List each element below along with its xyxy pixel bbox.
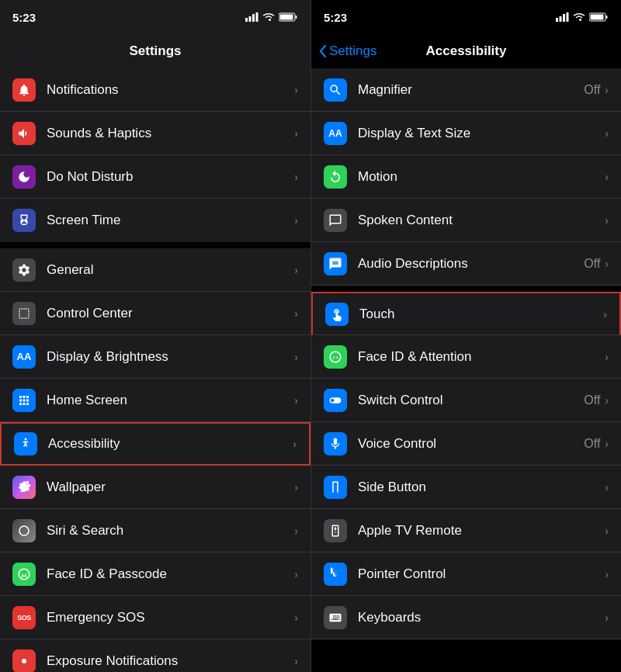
row-switch-control[interactable]: Switch Control Off › — [311, 379, 621, 422]
row-voice-control[interactable]: Voice Control Off › — [311, 422, 621, 466]
dnd-label: Do Not Disturb — [47, 169, 294, 185]
row-apple-tv-remote[interactable]: Apple TV Remote › — [311, 509, 621, 552]
hourglass-icon — [17, 213, 31, 227]
svg-rect-2 — [252, 14, 255, 22]
row-screen-time[interactable]: Screen Time › — [0, 199, 310, 242]
svg-rect-14 — [606, 16, 608, 19]
right-group-physical-motor: Touch › Face ID & Attention › Swit — [311, 292, 621, 639]
left-status-bar: 5:23 — [0, 0, 310, 34]
magnifier-value: Off — [584, 83, 600, 97]
pointer-icon — [328, 567, 342, 581]
right-panel: 5:23 Settings — [310, 0, 621, 672]
sounds-icon — [12, 122, 36, 145]
control-center-icon — [12, 302, 36, 325]
pointer-control-label: Pointer Control — [358, 566, 605, 582]
row-accessibility[interactable]: Accessibility › — [0, 422, 310, 466]
exposure-notifications-label: Exposure Notifications — [47, 653, 294, 669]
screen-time-icon — [12, 209, 36, 232]
magnifier-chevron: › — [605, 84, 609, 96]
right-header-title: Accessibility — [426, 43, 507, 59]
voice-control-label: Voice Control — [358, 436, 584, 452]
svg-rect-10 — [560, 16, 562, 22]
row-spoken-content[interactable]: Spoken Content › — [311, 199, 621, 242]
spoken-content-icon — [324, 209, 347, 232]
left-header: Settings — [0, 34, 310, 68]
right-settings-list[interactable]: Magnifier Off › AA Display & Text Size ›… — [311, 68, 621, 672]
left-group-2: General › Control Center › AA Display & … — [0, 248, 310, 672]
display-brightness-chevron: › — [294, 351, 298, 363]
magnifier-label: Magnifier — [358, 82, 584, 98]
row-touch[interactable]: Touch › — [311, 292, 621, 335]
right-wifi-icon — [573, 12, 585, 22]
left-divider-1 — [0, 242, 310, 248]
control-center-label: Control Center — [47, 306, 294, 321]
emergency-sos-label: Emergency SOS — [47, 610, 294, 625]
row-siri-search[interactable]: Siri & Search › — [0, 509, 310, 552]
emergency-sos-chevron: › — [294, 611, 298, 624]
dnd-icon — [12, 165, 36, 189]
row-sounds-haptics[interactable]: Sounds & Haptics › — [0, 112, 310, 155]
right-header: Settings Accessibility — [311, 34, 621, 68]
row-face-id-passcode[interactable]: Face ID & Passcode › — [0, 552, 310, 596]
notifications-label: Notifications — [47, 82, 294, 98]
right-status-time: 5:23 — [324, 11, 347, 24]
right-status-icons — [556, 12, 609, 22]
row-general[interactable]: General › — [0, 248, 310, 292]
right-divider-1: PHYSICAL AND MOTOR — [311, 286, 621, 292]
right-battery-icon — [589, 12, 609, 22]
row-home-screen[interactable]: Home Screen › — [0, 379, 310, 422]
right-status-bar: 5:23 — [311, 0, 621, 34]
touch-icon — [325, 303, 349, 326]
row-display-brightness[interactable]: AA Display & Brightness › — [0, 335, 310, 379]
apple-tv-chevron: › — [605, 525, 609, 537]
display-text-chevron: › — [605, 127, 609, 140]
row-control-center[interactable]: Control Center › — [0, 292, 310, 335]
row-wallpaper[interactable]: Wallpaper › — [0, 466, 310, 509]
side-button-chevron: › — [605, 481, 609, 494]
bell-icon — [17, 83, 31, 97]
pointer-control-chevron: › — [605, 568, 609, 580]
row-exposure-notifications[interactable]: Exposure Notifications › — [0, 639, 310, 672]
screen-time-chevron: › — [294, 214, 298, 227]
wallpaper-label: Wallpaper — [47, 480, 294, 495]
row-magnifier[interactable]: Magnifier Off › — [311, 68, 621, 112]
wifi-icon — [262, 12, 275, 22]
exposure-icon — [12, 649, 36, 672]
back-label: Settings — [329, 43, 376, 59]
touch-chevron: › — [603, 308, 607, 320]
back-button[interactable]: Settings — [319, 43, 376, 59]
display-text-label: Display & Text Size — [358, 126, 605, 141]
row-emergency-sos[interactable]: SOS Emergency SOS › — [0, 596, 310, 639]
row-audio-descriptions[interactable]: Audio Descriptions Off › — [311, 242, 621, 286]
left-settings-list[interactable]: Notifications › Sounds & Haptics › — [0, 68, 310, 672]
side-button-icon — [324, 476, 347, 499]
row-keyboards[interactable]: Keyboards › — [311, 596, 621, 639]
left-status-time: 5:23 — [12, 11, 36, 24]
keyboard-icon — [328, 611, 342, 625]
accessibility-icon — [14, 432, 37, 456]
svg-rect-6 — [280, 15, 293, 20]
svg-point-8 — [22, 659, 26, 663]
row-do-not-disturb[interactable]: Do Not Disturb › — [0, 155, 310, 199]
voice-control-chevron: › — [605, 438, 609, 450]
home-screen-icon — [12, 389, 36, 412]
apple-tv-label: Apple TV Remote — [358, 523, 605, 539]
row-face-id-attention[interactable]: Face ID & Attention › — [311, 335, 621, 379]
row-side-button[interactable]: Side Button › — [311, 466, 621, 509]
switch-control-label: Switch Control — [358, 393, 584, 408]
row-motion[interactable]: Motion › — [311, 155, 621, 199]
wallpaper-icon — [12, 476, 36, 499]
svg-rect-15 — [591, 15, 604, 20]
left-group-1: Notifications › Sounds & Haptics › — [0, 68, 310, 242]
general-label: General — [47, 262, 294, 278]
display-text-icon: AA — [324, 122, 347, 145]
audio-descriptions-value: Off — [584, 257, 600, 271]
row-notifications[interactable]: Notifications › — [0, 68, 310, 112]
audio-descriptions-label: Audio Descriptions — [358, 256, 584, 272]
face-id-icon — [12, 563, 36, 586]
display-brightness-label: Display & Brightness — [47, 349, 294, 365]
row-pointer-control[interactable]: Pointer Control › — [311, 552, 621, 596]
row-display-text-size[interactable]: AA Display & Text Size › — [311, 112, 621, 155]
left-status-icons — [245, 12, 298, 22]
speaker-icon — [17, 126, 31, 140]
